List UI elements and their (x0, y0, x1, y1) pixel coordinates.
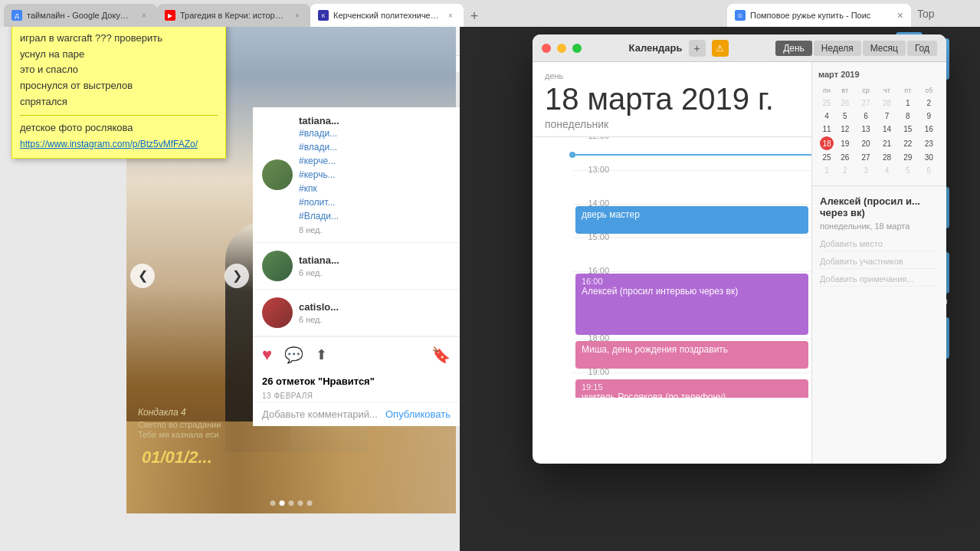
sticky-link[interactable]: https://www.instagram.com/p/Btz5vMfFAZo/ (20, 139, 198, 149)
mini-cal-day[interactable]: 5 (898, 165, 917, 176)
mini-cal-week-1: 25 26 27 28 1 2 (820, 97, 939, 109)
mini-cal-day[interactable]: 6 (919, 165, 939, 176)
mini-cal-day[interactable]: 28 (877, 97, 896, 109)
user1-avatar (262, 159, 293, 190)
mini-cal-day[interactable]: 12 (835, 123, 854, 135)
browser-tab-3[interactable]: К Керченский политехнически... × (310, 4, 464, 27)
event-misha[interactable]: Миша, день рождения поздравить (575, 341, 808, 369)
mini-cal-day[interactable]: 27 (856, 152, 875, 163)
mini-cal-day[interactable]: 25 (820, 97, 834, 109)
mini-cal-week-6: 1 2 3 4 5 6 (820, 165, 939, 176)
mini-cal-day[interactable]: 2 (835, 165, 854, 176)
photo-caption2: Светло во страдании (138, 420, 221, 429)
mini-cal-day[interactable]: 1 (898, 97, 917, 109)
maximize-button[interactable] (572, 44, 582, 53)
mini-cal-day[interactable]: 11 (820, 123, 834, 135)
photo-nav-left[interactable]: ❮ (130, 264, 155, 288)
mini-cal-day[interactable]: 7 (877, 110, 896, 122)
tab2-close[interactable]: × (292, 10, 303, 21)
mini-cal-day[interactable]: 22 (898, 136, 917, 150)
mini-cal-day[interactable]: 23 (919, 136, 939, 150)
mini-cal-day[interactable]: 15 (898, 123, 917, 135)
mini-cal-day[interactable]: 16 (919, 123, 939, 135)
add-notes-btn[interactable]: Добавить примечания... (820, 272, 939, 287)
weekday-cht: чт (877, 85, 896, 96)
user1-time: 8 нед. (299, 225, 339, 235)
mini-cal-day[interactable]: 21 (877, 136, 896, 150)
share-icon[interactable]: ⬆ (316, 346, 327, 363)
user2-time: 6 нед. (299, 268, 339, 277)
tab3-favicon: К (318, 10, 329, 21)
event-teacher[interactable]: 19:15 учитель Рослякова (по телефону) (575, 379, 808, 398)
mini-cal-today[interactable]: 18 (820, 136, 834, 150)
event-door-master[interactable]: дверь мастер (575, 206, 808, 234)
user3-name: catislo... (299, 301, 339, 313)
day-name-label: понедельник (545, 118, 799, 130)
event-alexei-time: 16:00 (582, 277, 802, 286)
view-month-btn[interactable]: Месяц (863, 41, 906, 56)
mini-cal-day[interactable]: 19 (835, 136, 854, 150)
calendar-right-panel: март 2019 пн вт ср чт пт сб (812, 62, 946, 464)
browser-window-2-tabs: G Помповое ружье купить - Поис × Top (727, 0, 980, 27)
mini-cal-day[interactable]: 20 (856, 136, 875, 150)
mini-cal-day[interactable]: 27 (856, 97, 875, 109)
add-place-btn[interactable]: Добавить место (820, 237, 939, 251)
mini-cal-day[interactable]: 2 (919, 97, 939, 109)
save-icon[interactable]: 🔖 (431, 346, 451, 364)
comment-icon[interactable]: 💬 (284, 346, 303, 364)
publish-button[interactable]: Опубликовать (385, 408, 451, 420)
mini-cal-day[interactable]: 13 (856, 123, 875, 135)
mini-cal-day[interactable]: 25 (820, 152, 834, 163)
comment-row[interactable]: Добавьте комментарий... Опубликовать (253, 402, 460, 426)
mini-cal-day[interactable]: 28 (877, 152, 896, 163)
new-tab-button[interactable]: + (464, 5, 485, 27)
tab-pompe-close[interactable]: × (897, 9, 903, 21)
view-year-btn[interactable]: Год (907, 41, 937, 56)
mini-cal-day[interactable]: 4 (820, 110, 834, 122)
browser-tab-2[interactable]: ▶ Трагедия в Керчи: истории п... × (157, 4, 310, 27)
dot-active (280, 500, 285, 506)
mini-cal-day[interactable]: 6 (856, 110, 875, 122)
mini-cal-week-4: 18 19 20 21 22 23 (820, 136, 939, 150)
minimize-button[interactable] (557, 44, 566, 53)
view-week-btn[interactable]: Неделя (814, 41, 861, 56)
time-label-15: 15:00 (572, 232, 609, 241)
photo-watermark: 01/01/2... (142, 448, 212, 467)
calendar-day-panel: день 18 марта 2019 г. понедельник 12:00 (533, 62, 812, 464)
mini-cal-day[interactable]: 5 (835, 110, 854, 122)
calendar-alert-icon[interactable]: ⚠ (712, 40, 729, 57)
mini-cal-day[interactable]: 26 (835, 152, 854, 163)
sticky-divider (20, 115, 218, 116)
browser-tab-1[interactable]: Д таймлайн - Google Докумен... × (4, 4, 157, 27)
event-alexei[interactable]: 16:00 Алексей (просил интервью через вк) (575, 274, 808, 335)
mini-cal-day[interactable]: 29 (898, 152, 917, 163)
mini-cal-day[interactable]: 30 (919, 152, 939, 163)
instagram-actions-bar: ♥ 💬 ⬆ 🔖 (253, 336, 460, 372)
photo-nav-right[interactable]: ❯ (225, 264, 249, 288)
browser-tab-pompe[interactable]: G Помповое ружье купить - Поис × (727, 4, 911, 27)
tab1-close[interactable]: × (139, 10, 149, 21)
current-time-dot (569, 152, 575, 158)
top-label[interactable]: Top (911, 0, 941, 27)
tab2-label: Трагедия в Керчи: истории п... (180, 11, 287, 20)
mini-cal-day[interactable]: 3 (856, 165, 875, 176)
mini-cal-day[interactable]: 26 (835, 97, 854, 109)
post-date: 13 ФЕВРАЛЯ (253, 390, 460, 402)
add-participants-btn[interactable]: Добавить участников (820, 254, 939, 269)
close-button[interactable] (542, 44, 551, 53)
mini-cal-day[interactable]: 8 (898, 110, 917, 122)
event-detail-date: понедельник, 18 марта (820, 221, 939, 231)
mini-cal-day[interactable]: 14 (877, 123, 896, 135)
tab3-label: Керченский политехнически... (333, 11, 441, 20)
calendar-add-btn[interactable]: + (689, 40, 706, 57)
event-teacher-time: 19:15 (582, 382, 802, 392)
heart-icon[interactable]: ♥ (262, 345, 272, 365)
mini-cal-day[interactable]: 1 (820, 165, 834, 176)
calendar-timeline[interactable]: 12:00 13:00 14:00 (533, 137, 811, 398)
mini-cal-day[interactable]: 4 (877, 165, 896, 176)
mini-cal-week-3: 11 12 13 14 15 16 (820, 123, 939, 135)
view-day-btn[interactable]: День (775, 41, 812, 56)
sticky-line-5: проснулся от выстрелов (20, 78, 218, 94)
tab3-close[interactable]: × (445, 10, 456, 21)
mini-cal-day[interactable]: 9 (919, 110, 939, 122)
